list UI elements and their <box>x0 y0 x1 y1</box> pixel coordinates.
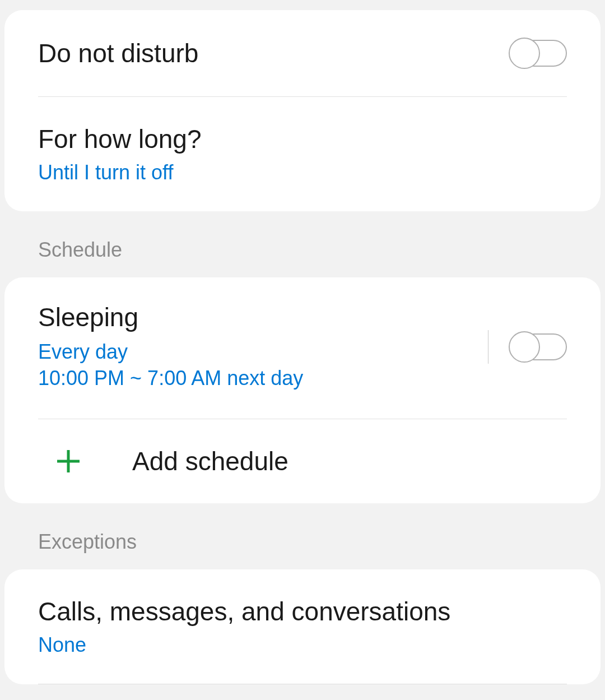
calls-value: None <box>38 633 567 657</box>
schedule-card: Sleeping Every day 10:00 PM ~ 7:00 AM ne… <box>4 277 601 503</box>
add-schedule-row[interactable]: Add schedule <box>4 419 601 503</box>
dnd-toggle[interactable] <box>509 37 567 69</box>
divider <box>38 684 567 684</box>
sleeping-row[interactable]: Sleeping Every day 10:00 PM ~ 7:00 AM ne… <box>4 277 601 419</box>
sleeping-title: Sleeping <box>38 302 488 332</box>
duration-value: Until I turn it off <box>38 161 567 184</box>
duration-row[interactable]: For how long? Until I turn it off <box>4 97 601 211</box>
schedule-section-header: Schedule <box>0 211 605 277</box>
duration-title: For how long? <box>38 124 567 154</box>
exceptions-section-header: Exceptions <box>0 503 605 569</box>
calls-row[interactable]: Calls, messages, and conversations None <box>4 569 601 684</box>
plus-icon <box>55 448 82 475</box>
add-schedule-label: Add schedule <box>132 446 288 476</box>
calls-title: Calls, messages, and conversations <box>38 596 567 627</box>
exceptions-card: Calls, messages, and conversations None <box>4 569 601 684</box>
sleeping-time: 10:00 PM ~ 7:00 AM next day <box>38 365 488 392</box>
dnd-card: Do not disturb For how long? Until I tur… <box>4 10 601 211</box>
sleeping-days: Every day <box>38 339 488 365</box>
dnd-title: Do not disturb <box>38 38 509 68</box>
sleeping-toggle[interactable] <box>509 331 567 363</box>
vertical-divider <box>488 330 488 364</box>
dnd-row[interactable]: Do not disturb <box>4 10 601 96</box>
